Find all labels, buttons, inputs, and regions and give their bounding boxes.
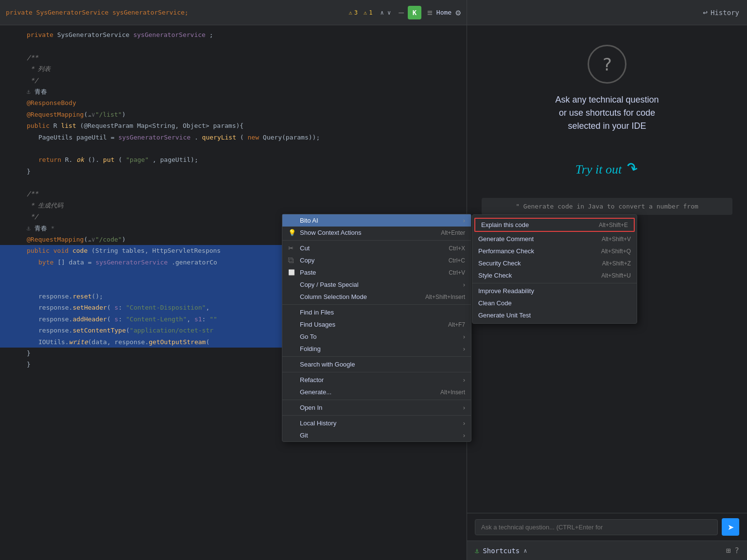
menu-item-open-in[interactable]: Open In › (282, 402, 471, 414)
history-button[interactable]: ↩ History (703, 8, 739, 17)
refactor-arrow: › (463, 376, 465, 384)
submenu-explain-shortcut: Alt+Shift+E (599, 222, 628, 228)
menu-label-copy-paste-special: Copy / Paste Special (300, 281, 359, 288)
help-icon[interactable]: ? (734, 546, 739, 555)
shortcuts-bar: ⚓ Shortcuts ∧ ⊞ ? (467, 541, 747, 560)
history-icon: ↩ (703, 8, 708, 17)
submenu-style-shortcut: Alt+Shift+U (601, 272, 631, 279)
menu-item-refactor[interactable]: Refactor › (282, 374, 471, 386)
menu-item-folding[interactable]: Folding › (282, 343, 471, 355)
paste-shortcut: Ctrl+V (449, 269, 465, 276)
copy-paste-special-arrow: › (463, 281, 465, 288)
bito-input[interactable] (475, 519, 718, 535)
menu-sep-1 (282, 240, 471, 241)
menu-item-generate[interactable]: Generate... Alt+Insert (282, 386, 471, 398)
menu-item-local-history[interactable]: Local History › (282, 417, 471, 429)
code-line-blank1 (27, 177, 462, 188)
menu-item-cut[interactable]: ✂ Cut Ctrl+X (282, 242, 471, 254)
context-menu: Bito AI › Explain this code Alt+Shift+E … (282, 214, 471, 442)
submenu-performance-label: Performance Check (478, 247, 534, 255)
submenu-explain[interactable]: Explain this code Alt+Shift+E (474, 218, 635, 232)
code-line-comment4: */ (27, 75, 462, 86)
generate-hint: " Generate code in Java to convert a num… (482, 198, 732, 215)
menu-label-find-files: Find in Files (300, 309, 334, 316)
arrow-icon: ↷ (623, 153, 643, 180)
toolbar: private SysGeneratorService sysGenerator… (0, 0, 467, 25)
submenu-clean[interactable]: Clean Code (472, 297, 637, 309)
menu-item-copy-paste-special[interactable]: Copy / Paste Special › (282, 279, 471, 291)
warning-badge: ⚠ 3 (349, 9, 358, 16)
shortcuts-chevron[interactable]: ∧ (523, 547, 527, 554)
menu-sep-4 (282, 372, 471, 372)
code-line-return: return R. ok (). put ( "page" , pageUtil… (27, 154, 462, 165)
find-usages-shortcut: Alt+F7 (448, 321, 465, 328)
submenu-performance-check[interactable]: Performance Check Alt+Shift+Q (472, 245, 637, 257)
menu-item-git[interactable]: Git › (282, 429, 471, 441)
code-line-body1: PageUtils pageUtil = sysGeneratorService… (27, 132, 462, 143)
submenu-security-check[interactable]: Security Check Alt+Shift+Z (472, 257, 637, 269)
menu-item-find-usages[interactable]: Find Usages Alt+F7 (282, 318, 471, 331)
code-line-comment5: /** (27, 188, 462, 199)
k-badge[interactable]: K (408, 6, 421, 19)
nav-arrows[interactable]: ∧ ∨ (380, 9, 391, 16)
menu-label-find-usages: Find Usages (300, 321, 335, 328)
code-line-body2 (27, 143, 462, 154)
menu-item-copy[interactable]: ⿻ Copy Ctrl+C (282, 254, 471, 266)
folding-arrow: › (463, 345, 465, 352)
bito-header: ↩ History (467, 0, 747, 25)
menu-label-paste: Paste (300, 269, 316, 276)
submenu-sep1 (472, 283, 637, 283)
submenu-improve-label: Improve Readability (478, 287, 534, 295)
submenu-style-label: Style Check (478, 272, 512, 279)
menu-label-bito-ai: Bito AI (300, 217, 318, 224)
context-actions-icon: 💡 (288, 229, 297, 236)
open-in-arrow: › (463, 404, 465, 411)
submenu-generate-comment[interactable]: Generate Comment Alt+Shift+V (472, 233, 637, 245)
gear-icon[interactable]: ⚙ (455, 7, 461, 18)
bito-submenu: Explain this code Alt+Shift+E Generate C… (472, 214, 637, 324)
send-button[interactable]: ➤ (722, 518, 739, 536)
menu-label-goto: Go To (300, 333, 316, 340)
cut-icon: ✂ (288, 245, 297, 252)
ask-text: Ask any technical question or use shortc… (555, 93, 659, 133)
shortcuts-label: Shortcuts (483, 547, 520, 555)
submenu-unit-test[interactable]: Generate Unit Test (472, 309, 637, 321)
menu-sep-5 (282, 400, 471, 400)
menu-sep-3 (282, 356, 471, 357)
shortcuts-icon: ⚓ (475, 547, 479, 555)
shortcuts-actions: ⊞ ? (726, 546, 739, 555)
submenu-style-check[interactable]: Style Check Alt+Shift+U (472, 269, 637, 281)
menu-sep-2 (282, 304, 471, 305)
new-chat-icon[interactable]: ⊞ (726, 546, 731, 555)
submenu-improve[interactable]: Improve Readability (472, 285, 637, 297)
menu-label-folding: Folding (300, 345, 321, 352)
submenu-security-label: Security Check (478, 260, 521, 267)
code-line-annotation1: @ResponseBody (27, 97, 462, 108)
toolbar-code: private SysGeneratorService sysGenerator… (6, 9, 189, 16)
menu-item-goto[interactable]: Go To › (282, 331, 471, 343)
bito-input-area: ➤ (467, 513, 747, 541)
menu-item-context-actions[interactable]: 💡 Show Context Actions Alt+Enter (282, 227, 471, 239)
menu-item-bito-ai[interactable]: Bito AI › Explain this code Alt+Shift+E … (282, 214, 471, 227)
menu-label-git: Git (300, 432, 308, 439)
menu-item-paste[interactable]: ⬜ Paste Ctrl+V (282, 266, 471, 279)
menu-label-search-google: Search with Google (300, 361, 355, 368)
bito-ai-arrow: › (463, 217, 465, 224)
menu-label-column-selection: Column Selection Mode (300, 293, 367, 300)
menu-item-find-files[interactable]: Find in Files (282, 306, 471, 318)
menu-label-local-history: Local History (300, 420, 336, 427)
menu-item-search-google[interactable]: Search with Google (282, 358, 471, 370)
try-it-out-text: Try it out (575, 162, 622, 176)
goto-arrow: › (463, 333, 465, 340)
menu-label-copy: Copy (300, 257, 314, 264)
code-line-comment3: * 列表 (27, 63, 462, 74)
submenu-generate-comment-shortcut: Alt+Shift+V (602, 236, 631, 243)
warning-icon: ⚠ (349, 9, 352, 16)
code-line-author1: ⚓ 青春 (27, 86, 462, 97)
code-line-comment6: * 生成代码 (27, 200, 462, 211)
menu-item-column-selection[interactable]: Column Selection Mode Alt+Shift+Insert (282, 291, 471, 303)
menu-label-open-in: Open In (300, 404, 322, 411)
submenu-explain-label: Explain this code (481, 221, 529, 228)
paste-icon: ⬜ (288, 269, 297, 276)
send-icon: ➤ (728, 523, 734, 532)
